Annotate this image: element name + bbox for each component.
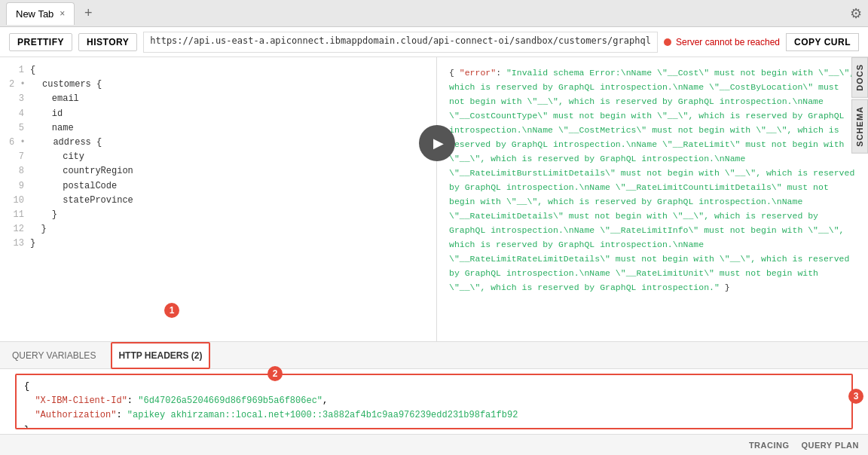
- http-headers-tab[interactable]: HTTP HEADERS (2): [111, 342, 209, 369]
- run-query-button[interactable]: [419, 125, 455, 161]
- line-content: id: [30, 107, 63, 121]
- main-content: 1{2 • customers {3 email4 id5 name6 • ad…: [0, 57, 868, 341]
- line-content: postalCode: [30, 179, 117, 194]
- line-content: email: [30, 92, 79, 106]
- query-line: 5 name: [9, 121, 427, 136]
- tab-close-icon[interactable]: ×: [60, 8, 65, 19]
- line-number: 3: [9, 92, 24, 106]
- annotation-2: 2: [267, 366, 283, 381]
- query-plan-button[interactable]: QUERY PLAN: [801, 441, 859, 450]
- query-line: 10 stateProvince: [9, 194, 427, 208]
- server-error-status: Server cannot be reached: [664, 37, 780, 47]
- line-number: 7: [9, 150, 24, 164]
- footer: TRACING QUERY PLAN: [0, 434, 868, 455]
- query-line: 1{: [9, 63, 427, 78]
- bottom-tabs: QUERY VARIABLES HTTP HEADERS (2): [0, 342, 868, 369]
- line-content: {: [30, 63, 35, 78]
- history-button[interactable]: HISTORY: [78, 33, 137, 51]
- query-line: 8 countryRegion: [9, 164, 427, 179]
- line-number: 4: [9, 107, 24, 121]
- line-number: 11: [9, 208, 24, 222]
- query-line: 2 • customers {: [9, 78, 427, 92]
- tracing-button[interactable]: TRACING: [749, 441, 790, 450]
- error-indicator-icon: [664, 38, 671, 46]
- schema-button[interactable]: SCHEMA: [851, 99, 868, 154]
- line-content: customers {: [32, 78, 102, 92]
- query-line: 6 • address {: [9, 136, 427, 150]
- run-query-container: [419, 125, 455, 161]
- line-content: }: [30, 208, 57, 222]
- line-number: 10: [9, 194, 24, 208]
- line-number: 13: [9, 237, 24, 251]
- tab-bar: New Tab × + ⚙: [0, 0, 868, 27]
- line-number: 8: [9, 164, 24, 179]
- query-variables-tab[interactable]: QUERY VARIABLES: [9, 342, 99, 369]
- new-tab[interactable]: New Tab ×: [6, 2, 75, 25]
- toolbar: PRETTIFY HISTORY https://api.us-east-a.a…: [0, 27, 868, 57]
- server-error-text: Server cannot be reached: [676, 37, 780, 47]
- query-line: 12 }: [9, 222, 427, 237]
- prettify-button[interactable]: PRETTIFY: [9, 33, 72, 51]
- http-headers-editor[interactable]: { "X-IBM-Client-Id": "6d47026a5204669d86…: [15, 374, 853, 429]
- line-content: city: [30, 150, 84, 164]
- side-buttons: DOCS SCHEMA: [851, 57, 868, 153]
- query-panel: 1{2 • customers {3 email4 id5 name6 • ad…: [0, 57, 437, 341]
- query-line: 9 postalCode: [9, 179, 427, 194]
- line-content: countryRegion: [30, 164, 133, 179]
- query-editor[interactable]: 1{2 • customers {3 email4 id5 name6 • ad…: [0, 57, 436, 341]
- line-number: 1: [9, 63, 24, 78]
- annotation-1: 1: [164, 303, 179, 318]
- line-number: 2 •: [9, 78, 26, 92]
- line-number: 9: [9, 179, 24, 194]
- gear-icon[interactable]: ⚙: [850, 5, 862, 22]
- query-line: 7 city: [9, 150, 427, 164]
- line-content: name: [30, 121, 74, 136]
- line-number: 6 •: [9, 136, 26, 150]
- copy-curl-button[interactable]: COPY CURL: [786, 33, 859, 51]
- response-content: { "error": "Invalid schema Error:\nName …: [437, 57, 868, 341]
- line-content: }: [30, 222, 47, 237]
- bottom-section: QUERY VARIABLES HTTP HEADERS (2) { "X-IB…: [0, 341, 868, 434]
- tab-label: New Tab: [16, 8, 53, 20]
- annotation-3: 3: [848, 389, 863, 404]
- query-line: 11 }: [9, 208, 427, 222]
- add-tab-button[interactable]: +: [78, 3, 99, 24]
- docs-button[interactable]: DOCS: [851, 57, 868, 98]
- url-display: https://api.us-east-a.apiconnect.ibmappd…: [143, 32, 658, 53]
- query-line: 3 email: [9, 92, 427, 106]
- line-content: }: [30, 237, 35, 251]
- query-line: 13}: [9, 237, 427, 251]
- line-content: address {: [32, 136, 102, 150]
- line-content: stateProvince: [30, 194, 133, 208]
- line-number: 12: [9, 222, 24, 237]
- query-line: 4 id: [9, 107, 427, 121]
- response-panel: { "error": "Invalid schema Error:\nName …: [437, 57, 868, 341]
- line-number: 5: [9, 121, 24, 136]
